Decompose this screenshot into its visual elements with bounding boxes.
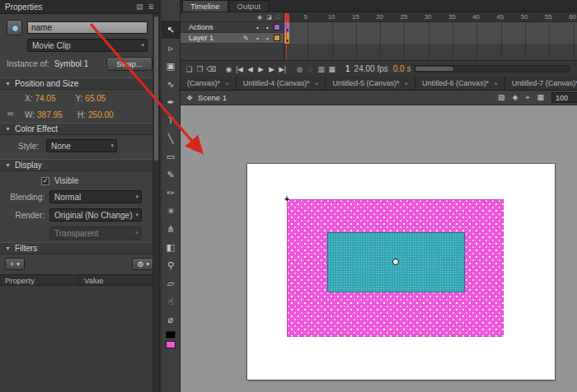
blending-dropdown[interactable]: Normal ▾ <box>49 190 142 203</box>
panel-menu-icon[interactable]: ≣ <box>148 2 154 11</box>
filter-options-button[interactable]: ⚙ ▾ <box>132 258 154 270</box>
current-frame-indicator[interactable]: 1 <box>345 64 350 73</box>
zoom-level-input[interactable]: 100 <box>551 92 577 103</box>
frames-area[interactable]: 151015202530354045505560 <box>284 12 577 60</box>
prev-frame-button[interactable]: ◀ <box>245 63 256 76</box>
document-tab[interactable]: Untitled-4 (Canvas)* × <box>237 77 326 90</box>
brush-tool[interactable]: ✏ <box>162 184 180 202</box>
lock-icon[interactable]: ◪ <box>266 14 272 21</box>
fill-color-swatch[interactable] <box>166 341 176 348</box>
display-grid-button[interactable]: ▦ <box>537 93 544 102</box>
link-width-height-icon[interactable]: ∞ <box>7 109 13 118</box>
keyframe-layer1-frame1[interactable] <box>284 33 289 44</box>
pen-tool[interactable]: ✒ <box>162 93 180 111</box>
add-filter-button[interactable]: + ▾ <box>5 258 25 270</box>
next-frame-button[interactable]: ▶ <box>266 63 277 76</box>
timeline-ruler[interactable]: 151015202530354045505560 <box>284 12 577 22</box>
pencil-tool[interactable]: ✎ <box>162 166 180 184</box>
layer-visibility-dot[interactable]: • <box>254 35 261 42</box>
layer-lock-dot[interactable]: • <box>264 35 271 42</box>
section-collapse-icon[interactable]: ▼ <box>5 126 11 132</box>
text-tool[interactable]: T <box>162 111 180 129</box>
free-transform-tool[interactable]: ▣ <box>162 57 180 75</box>
layer-lock-dot[interactable]: • <box>264 24 271 31</box>
properties-panel-header[interactable]: Properties ▤≣ <box>0 0 159 14</box>
timeline-scrollbar-thumb[interactable] <box>415 67 453 71</box>
stroke-color-swatch[interactable] <box>166 331 176 338</box>
edit-symbols-button[interactable]: ◈ <box>512 93 518 102</box>
section-position-and-size[interactable]: ▼ Position and Size <box>0 77 159 90</box>
section-display[interactable]: ▼ Display <box>0 159 159 171</box>
center-frame-button[interactable]: ◉ <box>223 63 234 76</box>
deco-tool[interactable]: ✳ <box>162 202 180 220</box>
x-value[interactable]: 74.05 <box>35 94 75 103</box>
render-dropdown[interactable]: Original (No Change) ▾ <box>49 208 142 222</box>
frames-grid[interactable] <box>284 22 577 60</box>
eyedropper-tool[interactable]: ⚲ <box>162 256 180 274</box>
layer-outline-color-chip[interactable] <box>274 35 280 41</box>
h-value[interactable]: 250.00 <box>88 110 129 119</box>
visible-checkbox[interactable]: ✓ <box>41 177 49 185</box>
selected-shape-pink-rectangle[interactable]: + <box>287 199 504 337</box>
stage-canvas[interactable]: + <box>247 164 555 380</box>
play-button[interactable]: ▶ <box>256 63 266 76</box>
symbol-type-dropdown[interactable]: Movie Clip ▾ <box>27 39 148 52</box>
scene-breadcrumb[interactable]: Scene 1 <box>198 93 227 102</box>
timeline-panel-tab[interactable]: Output <box>229 0 270 12</box>
playhead[interactable] <box>284 13 289 22</box>
subselection-tool[interactable]: ▹ <box>162 39 180 57</box>
properties-scrollbar[interactable] <box>152 14 159 392</box>
lasso-tool[interactable]: ∿ <box>162 75 180 93</box>
section-collapse-icon[interactable]: ▼ <box>5 245 11 251</box>
last-frame-button[interactable]: ▶| <box>277 63 288 76</box>
y-value[interactable]: 65.05 <box>85 94 125 103</box>
paint-bucket-tool[interactable]: ◧ <box>162 238 180 256</box>
timeline-panel-tab[interactable]: Timeline <box>182 0 228 12</box>
new-layer-button[interactable]: ❏ <box>184 63 195 76</box>
document-tab[interactable]: Untitled-7 (Canvas)* × <box>505 77 577 90</box>
section-color-effect[interactable]: ▼ Color Effect <box>0 123 159 135</box>
movie-clip-instance-teal-rectangle[interactable] <box>327 232 465 292</box>
modify-markers-button[interactable]: ▦ <box>326 63 337 76</box>
w-value[interactable]: 387.95 <box>37 110 77 119</box>
pasteboard[interactable]: + <box>181 105 577 392</box>
selection-tool[interactable]: ↖ <box>162 21 180 39</box>
panel-collapse-icon[interactable]: ▤ <box>136 2 143 11</box>
line-tool[interactable]: ╲ <box>162 129 180 147</box>
onion-outline-button[interactable]: ◌ <box>305 63 316 76</box>
rectangle-tool[interactable]: ▭ <box>162 147 180 166</box>
section-collapse-icon[interactable]: ▼ <box>5 162 11 168</box>
timeline-horizontal-scrollbar[interactable] <box>414 65 570 72</box>
first-frame-button[interactable]: |◀ <box>234 63 245 76</box>
onion-skin-button[interactable]: ◎ <box>294 63 305 76</box>
close-tab-icon[interactable]: × <box>404 80 408 87</box>
keyframe-actions-frame1[interactable] <box>284 22 289 33</box>
layer-visibility-dot[interactable]: • <box>254 24 261 31</box>
close-tab-icon[interactable]: × <box>494 80 498 87</box>
edit-scene-button[interactable]: ▧ <box>498 93 505 102</box>
document-tab[interactable]: Untitled-5 (Canvas)* × <box>326 77 415 90</box>
document-tab[interactable]: (Canvas)* × <box>181 77 237 90</box>
show-hide-icon[interactable]: ◉ <box>257 14 262 21</box>
zoom-tool[interactable]: ⌀ <box>162 310 180 329</box>
document-tab[interactable]: Untitled-6 (Canvas)* × <box>415 77 505 90</box>
layer-outline-color-chip[interactable] <box>274 24 280 30</box>
new-folder-button[interactable]: ❐ <box>195 63 205 76</box>
close-tab-icon[interactable]: × <box>225 80 229 87</box>
section-collapse-icon[interactable]: ▼ <box>5 81 11 86</box>
swap-button[interactable]: Swap... <box>106 57 152 71</box>
section-filters[interactable]: ▼ Filters <box>0 242 159 254</box>
style-dropdown[interactable]: None ▾ <box>46 139 117 152</box>
properties-scrollbar-thumb[interactable] <box>154 16 158 161</box>
instance-name-input[interactable]: name <box>27 21 148 34</box>
layer-row[interactable]: Actions • • <box>181 22 284 33</box>
close-tab-icon[interactable]: × <box>315 80 319 87</box>
eraser-tool[interactable]: ▱ <box>162 274 180 292</box>
edit-multiple-frames-button[interactable]: ▥ <box>316 63 326 76</box>
transformation-point[interactable] <box>392 259 399 265</box>
frame-rate-value[interactable]: 24.00 fps <box>354 64 388 73</box>
center-stage-button[interactable]: ⌖ <box>525 93 529 102</box>
layer-row[interactable]: Layer 1 ✎ • • <box>181 33 284 44</box>
outline-icon[interactable]: □ <box>276 14 279 20</box>
hand-tool[interactable]: ☝ <box>162 292 180 310</box>
